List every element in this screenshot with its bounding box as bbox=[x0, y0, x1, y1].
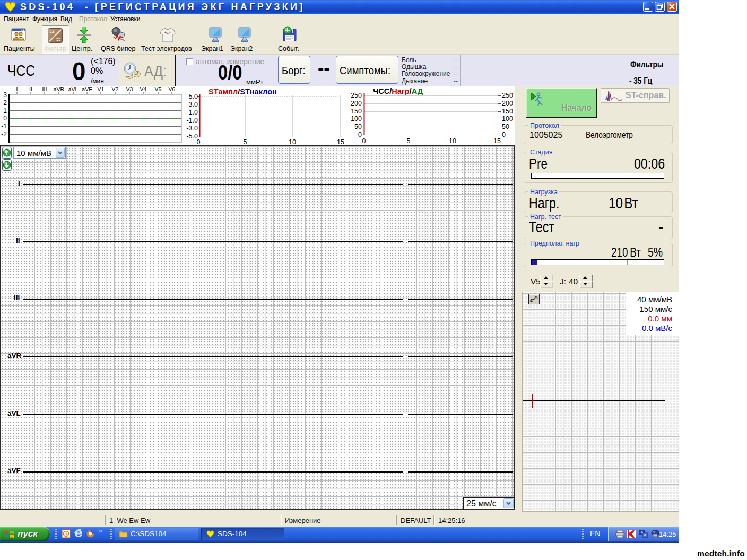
svg-text:1: 1 bbox=[3, 107, 7, 115]
svg-text:1.0: 1.0 bbox=[189, 109, 198, 116]
svg-text:aVF: aVF bbox=[82, 86, 92, 92]
svg-text:V3: V3 bbox=[126, 86, 133, 92]
svg-text:250: 250 bbox=[502, 92, 513, 99]
svg-text:15: 15 bbox=[493, 137, 501, 145]
svg-text:0: 0 bbox=[3, 115, 7, 122]
svg-text:V5: V5 bbox=[155, 86, 162, 92]
svg-text:5: 5 bbox=[244, 138, 247, 145]
svg-text:II: II bbox=[29, 86, 32, 92]
svg-text:5: 5 bbox=[407, 137, 411, 145]
svg-text:100: 100 bbox=[502, 115, 513, 122]
svg-text:aVR: aVR bbox=[54, 86, 65, 92]
svg-text:250: 250 bbox=[351, 92, 362, 99]
svg-text:10: 10 bbox=[289, 138, 296, 145]
svg-text:-2: -2 bbox=[1, 130, 7, 138]
svg-text:0: 0 bbox=[197, 138, 201, 145]
svg-text:V1: V1 bbox=[98, 86, 105, 92]
svg-text:I: I bbox=[16, 86, 18, 92]
svg-text:aVL: aVL bbox=[68, 86, 79, 92]
svg-text:-1: -1 bbox=[1, 122, 7, 130]
svg-text:100: 100 bbox=[351, 115, 362, 122]
svg-text:5.0: 5.0 bbox=[189, 93, 198, 100]
svg-text:50: 50 bbox=[354, 123, 362, 130]
svg-text:STампл/STнаклон: STампл/STнаклон bbox=[209, 88, 277, 96]
svg-text:200: 200 bbox=[502, 100, 513, 107]
svg-text:0: 0 bbox=[502, 131, 506, 138]
svg-text:2: 2 bbox=[3, 99, 7, 107]
svg-text:ЧСС/Нагр/АД: ЧСС/Нагр/АД bbox=[373, 87, 423, 95]
svg-text:3.0: 3.0 bbox=[189, 101, 198, 108]
svg-text:3: 3 bbox=[3, 91, 7, 99]
svg-text:V6: V6 bbox=[169, 86, 176, 92]
svg-text:200: 200 bbox=[351, 100, 362, 107]
svg-text:15: 15 bbox=[337, 138, 344, 145]
svg-text:III: III bbox=[42, 86, 47, 92]
svg-text:150: 150 bbox=[351, 108, 362, 115]
svg-text:50: 50 bbox=[502, 123, 509, 130]
svg-text:150: 150 bbox=[502, 108, 513, 115]
svg-text:-3.0: -3.0 bbox=[186, 125, 198, 132]
svg-text:0: 0 bbox=[358, 131, 362, 138]
svg-text:V2: V2 bbox=[112, 86, 119, 92]
svg-text:10: 10 bbox=[449, 137, 456, 145]
svg-text:0: 0 bbox=[362, 137, 366, 145]
svg-text:V4: V4 bbox=[140, 86, 147, 92]
svg-text:-1.0: -1.0 bbox=[186, 117, 198, 124]
